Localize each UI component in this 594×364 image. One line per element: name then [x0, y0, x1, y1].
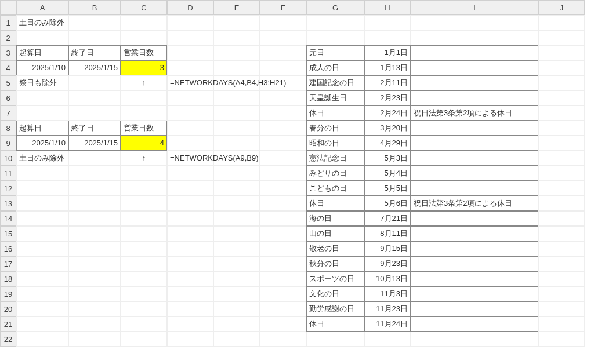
cell-H21[interactable]: 11月24日 [364, 316, 411, 332]
cell-I5[interactable] [411, 75, 538, 90]
cell-E13[interactable] [213, 196, 260, 211]
cell-E2[interactable] [213, 30, 260, 45]
cell-H18[interactable]: 10月13日 [364, 271, 411, 286]
cell-F10[interactable] [260, 151, 306, 166]
cell-G17[interactable]: 秋分の日 [306, 256, 364, 271]
row-header-22[interactable]: 22 [0, 332, 16, 347]
cell-F18[interactable] [260, 271, 306, 286]
cell-B2[interactable] [68, 30, 121, 45]
cell-B8[interactable]: 終了日 [68, 121, 121, 136]
cell-F13[interactable] [260, 196, 306, 211]
cell-A4[interactable]: 2025/1/10 [16, 60, 68, 75]
cell-D6[interactable] [167, 90, 213, 105]
row-header-17[interactable]: 17 [0, 256, 16, 271]
cell-J22[interactable] [538, 332, 585, 347]
cell-D21[interactable] [167, 316, 213, 332]
cell-G22[interactable] [306, 332, 364, 347]
cell-A5[interactable]: 祭日も除外 [16, 75, 68, 90]
row-header-4[interactable]: 4 [0, 60, 16, 75]
cell-A14[interactable] [16, 211, 68, 226]
cell-B6[interactable] [68, 90, 121, 105]
cell-C16[interactable] [121, 241, 167, 256]
cell-G15[interactable]: 山の日 [306, 226, 364, 241]
cell-A19[interactable] [16, 286, 68, 301]
cell-C8[interactable]: 営業日数 [121, 121, 167, 136]
cell-E15[interactable] [213, 226, 260, 241]
cell-D10[interactable]: =NETWORKDAYS(A9,B9) [167, 151, 213, 166]
cell-F8[interactable] [260, 121, 306, 136]
cell-A11[interactable] [16, 166, 68, 181]
cell-D15[interactable] [167, 226, 213, 241]
cell-I2[interactable] [411, 30, 538, 45]
cell-I1[interactable] [411, 15, 538, 30]
cell-G8[interactable]: 春分の日 [306, 121, 364, 136]
row-header-12[interactable]: 12 [0, 181, 16, 196]
cell-B9[interactable]: 2025/1/15 [68, 136, 121, 151]
cell-G7[interactable]: 休日 [306, 105, 364, 121]
cell-E1[interactable] [213, 15, 260, 30]
cell-I17[interactable] [411, 256, 538, 271]
cell-I11[interactable] [411, 166, 538, 181]
cell-I10[interactable] [411, 151, 538, 166]
cell-F19[interactable] [260, 286, 306, 301]
cell-F16[interactable] [260, 241, 306, 256]
cell-H1[interactable] [364, 15, 411, 30]
cell-I3[interactable] [411, 45, 538, 60]
cell-A20[interactable] [16, 301, 68, 316]
cell-G10[interactable]: 憲法記念日 [306, 151, 364, 166]
cell-C17[interactable] [121, 256, 167, 271]
cell-D13[interactable] [167, 196, 213, 211]
col-header-B[interactable]: B [68, 0, 121, 15]
cell-C22[interactable] [121, 332, 167, 347]
cell-H20[interactable]: 11月23日 [364, 301, 411, 316]
cell-H4[interactable]: 1月13日 [364, 60, 411, 75]
cell-D1[interactable] [167, 15, 213, 30]
cell-A16[interactable] [16, 241, 68, 256]
row-header-16[interactable]: 16 [0, 241, 16, 256]
cell-H11[interactable]: 5月4日 [364, 166, 411, 181]
cell-J1[interactable] [538, 15, 585, 30]
cell-C11[interactable] [121, 166, 167, 181]
cell-B5[interactable] [68, 75, 121, 90]
cell-G5[interactable]: 建国記念の日 [306, 75, 364, 90]
row-header-6[interactable]: 6 [0, 90, 16, 105]
cell-A17[interactable] [16, 256, 68, 271]
cell-I19[interactable] [411, 286, 538, 301]
cell-D2[interactable] [167, 30, 213, 45]
cell-G2[interactable] [306, 30, 364, 45]
cell-C3[interactable]: 営業日数 [121, 45, 167, 60]
cell-H10[interactable]: 5月3日 [364, 151, 411, 166]
cell-F12[interactable] [260, 181, 306, 196]
cell-H6[interactable]: 2月23日 [364, 90, 411, 105]
row-header-5[interactable]: 5 [0, 75, 16, 90]
row-header-3[interactable]: 3 [0, 45, 16, 60]
cell-J2[interactable] [538, 30, 585, 45]
cell-D8[interactable] [167, 121, 213, 136]
cell-C7[interactable] [121, 105, 167, 121]
cell-F2[interactable] [260, 30, 306, 45]
cell-I16[interactable] [411, 241, 538, 256]
cell-E12[interactable] [213, 181, 260, 196]
cell-J11[interactable] [538, 166, 585, 181]
cell-E3[interactable] [213, 45, 260, 60]
cell-I4[interactable] [411, 60, 538, 75]
cell-A8[interactable]: 起算日 [16, 121, 68, 136]
cell-F15[interactable] [260, 226, 306, 241]
cell-E11[interactable] [213, 166, 260, 181]
cell-C2[interactable] [121, 30, 167, 45]
cell-I7[interactable]: 祝日法第3条第2項による休日 [411, 105, 538, 121]
cell-G11[interactable]: みどりの日 [306, 166, 364, 181]
cell-H7[interactable]: 2月24日 [364, 105, 411, 121]
cell-F20[interactable] [260, 301, 306, 316]
cell-A12[interactable] [16, 181, 68, 196]
cell-I18[interactable] [411, 271, 538, 286]
col-header-F[interactable]: F [260, 0, 306, 15]
cell-B11[interactable] [68, 166, 121, 181]
cell-H5[interactable]: 2月11日 [364, 75, 411, 90]
cell-C9[interactable]: 4 [121, 136, 167, 151]
cell-C21[interactable] [121, 316, 167, 332]
cell-B1[interactable] [68, 15, 121, 30]
cell-D16[interactable] [167, 241, 213, 256]
col-header-E[interactable]: E [213, 0, 260, 15]
cell-C20[interactable] [121, 301, 167, 316]
